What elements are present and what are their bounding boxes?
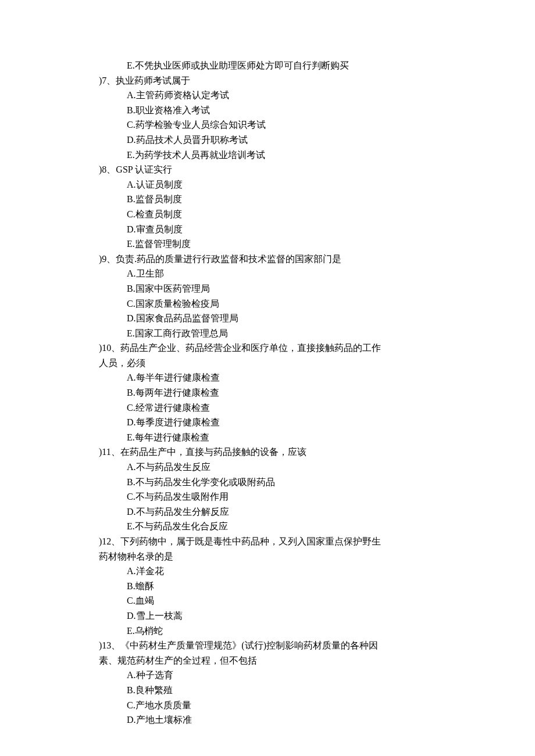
answer-option: E.每年进行健康检查 [99,430,436,445]
answer-option: A.不与药品发生反应 [99,460,436,475]
answer-option: D.药品技术人员晋升职称考试 [99,132,436,148]
question-line: )13、《中药材生产质量管理规范》(试行)控制影响药材质量的各种因 [99,638,436,653]
answer-option: A.认证员制度 [99,177,436,192]
answer-option: B.不与药品发生化学变化或吸附药品 [99,475,436,490]
answer-option: A.每半年进行健康检查 [99,370,436,385]
answer-option: D.不与药品发生分解反应 [99,504,436,519]
question-line: )10、药品生产企业、药品经营企业和医疗单位，直接接触药品的工作 [99,341,436,356]
answer-option: B.每两年进行健康检查 [99,385,436,400]
answer-option: A.主管药师资格认定考试 [99,88,436,103]
answer-option: B.监督员制度 [99,192,436,207]
question-continuation: 药材物种名录的是 [99,549,436,564]
answer-option: C.检查员制度 [99,207,436,222]
answer-option: C.国家质量检验检疫局 [99,296,436,311]
document-content: E.不凭执业医师或执业助理医师处方即可自行判断购买)7、执业药师考试属于A.主管… [99,58,436,728]
answer-option: D.审查员制度 [99,222,436,237]
answer-option: A.卫生部 [99,266,436,281]
answer-option: D.每季度进行健康检查 [99,415,436,430]
answer-option: D.国家食品药品监督管理局 [99,311,436,326]
answer-option: E.不与药品发生化合反应 [99,519,436,534]
answer-option: D.雪上一枝蒿 [99,608,436,624]
answer-option: A.种子选育 [99,668,436,683]
answer-option: B.国家中医药管理局 [99,281,436,296]
answer-option: C.不与药品发生吸附作用 [99,489,436,504]
question-line: )8、GSP 认证实行 [99,162,436,177]
answer-option: C.药学检验专业人员综合知识考试 [99,117,436,132]
answer-option: C.产地水质质量 [99,698,436,713]
answer-option: C.血竭 [99,593,436,608]
answer-option: E.监督管理制度 [99,237,436,252]
answer-option: C.经常进行健康检查 [99,400,436,415]
question-line: )7、执业药师考试属于 [99,73,436,88]
question-continuation: 人员，必须 [99,356,436,371]
question-line: )11、在药品生产中，直接与药品接触的设备，应该 [99,445,436,460]
answer-option: E.国家工商行政管理总局 [99,326,436,341]
question-line: )12、下列药物中，属于既是毒性中药品种，又列入国家重点保护野生 [99,534,436,549]
answer-option: B.职业资格准入考试 [99,103,436,118]
answer-option: B.蟾酥 [99,579,436,594]
answer-option: D.产地土壤标准 [99,712,436,728]
answer-option: E.为药学技术人员再就业培训考试 [99,148,436,163]
question-line: )9、负责.药品的质量进行行政监督和技术监督的国家部门是 [99,252,436,267]
question-continuation: 素、规范药材生产的全过程，但不包括 [99,653,436,668]
answer-option: A.洋金花 [99,564,436,579]
answer-option: B.良种繁殖 [99,683,436,698]
answer-option: E.不凭执业医师或执业助理医师处方即可自行判断购买 [99,58,436,73]
answer-option: E.乌梢蛇 [99,624,436,639]
